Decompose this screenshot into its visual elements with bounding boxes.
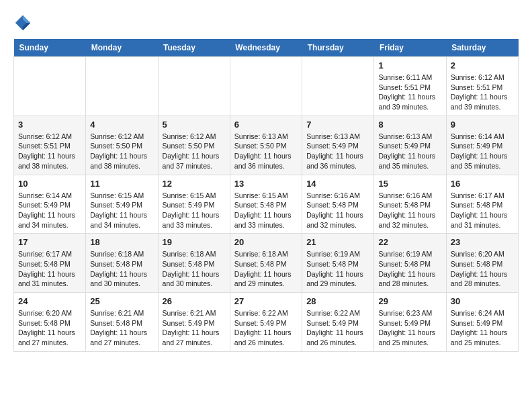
day-number: 17 [18,237,81,247]
logo-icon [13,13,32,32]
day-info: Sunrise: 6:15 AM Sunset: 5:49 PM Dayligh… [163,191,226,230]
calendar-cell: 7Sunrise: 6:13 AM Sunset: 5:49 PM Daylig… [302,116,374,175]
calendar-cell: 18Sunrise: 6:18 AM Sunset: 5:48 PM Dayli… [86,234,158,293]
calendar-cell [86,57,158,116]
day-info: Sunrise: 6:17 AM Sunset: 5:48 PM Dayligh… [451,191,514,230]
calendar-cell: 24Sunrise: 6:20 AM Sunset: 5:48 PM Dayli… [14,293,86,352]
day-info: Sunrise: 6:15 AM Sunset: 5:49 PM Dayligh… [90,191,153,230]
page-header [13,13,519,32]
calendar-week-row: 1Sunrise: 6:11 AM Sunset: 5:51 PM Daylig… [14,57,519,116]
day-number: 13 [234,179,298,189]
day-number: 1 [378,60,441,71]
day-number: 10 [18,179,81,189]
calendar-cell: 11Sunrise: 6:15 AM Sunset: 5:49 PM Dayli… [86,175,158,234]
day-number: 4 [90,120,153,130]
day-info: Sunrise: 6:12 AM Sunset: 5:50 PM Dayligh… [163,132,226,171]
weekday-header: Tuesday [158,39,230,57]
weekday-header: Thursday [302,39,374,57]
calendar-cell: 26Sunrise: 6:21 AM Sunset: 5:49 PM Dayli… [158,293,230,352]
day-number: 27 [234,296,298,306]
calendar-cell [230,57,302,116]
calendar-cell: 5Sunrise: 6:12 AM Sunset: 5:50 PM Daylig… [158,116,230,175]
day-number: 29 [378,296,441,306]
calendar-cell: 15Sunrise: 6:16 AM Sunset: 5:48 PM Dayli… [374,175,446,234]
calendar-cell: 12Sunrise: 6:15 AM Sunset: 5:49 PM Dayli… [158,175,230,234]
weekday-header: Saturday [446,39,518,57]
day-info: Sunrise: 6:17 AM Sunset: 5:48 PM Dayligh… [18,249,81,289]
weekday-header: Friday [374,39,446,57]
day-number: 21 [306,237,369,247]
calendar-cell: 8Sunrise: 6:13 AM Sunset: 5:49 PM Daylig… [374,116,446,175]
day-info: Sunrise: 6:18 AM Sunset: 5:48 PM Dayligh… [90,249,153,289]
day-info: Sunrise: 6:12 AM Sunset: 5:51 PM Dayligh… [451,73,514,112]
day-number: 14 [306,179,369,189]
day-info: Sunrise: 6:24 AM Sunset: 5:49 PM Dayligh… [451,308,514,348]
day-number: 18 [90,237,153,247]
calendar-week-row: 17Sunrise: 6:17 AM Sunset: 5:48 PM Dayli… [14,234,519,293]
calendar-cell: 22Sunrise: 6:19 AM Sunset: 5:48 PM Dayli… [374,234,446,293]
day-number: 5 [163,120,226,130]
day-number: 25 [90,296,153,306]
day-info: Sunrise: 6:22 AM Sunset: 5:49 PM Dayligh… [306,308,369,348]
calendar-cell: 1Sunrise: 6:11 AM Sunset: 5:51 PM Daylig… [374,57,446,116]
day-info: Sunrise: 6:22 AM Sunset: 5:49 PM Dayligh… [234,308,298,348]
weekday-header-row: SundayMondayTuesdayWednesdayThursdayFrid… [14,39,519,57]
calendar-cell [158,57,230,116]
day-info: Sunrise: 6:21 AM Sunset: 5:48 PM Dayligh… [90,308,153,348]
weekday-header: Wednesday [230,39,302,57]
day-number: 9 [451,120,514,130]
calendar-cell: 21Sunrise: 6:19 AM Sunset: 5:48 PM Dayli… [302,234,374,293]
calendar-cell: 10Sunrise: 6:14 AM Sunset: 5:49 PM Dayli… [14,175,86,234]
calendar-cell [302,57,374,116]
day-number: 22 [378,237,441,247]
day-info: Sunrise: 6:20 AM Sunset: 5:48 PM Dayligh… [451,249,514,289]
day-info: Sunrise: 6:18 AM Sunset: 5:48 PM Dayligh… [234,249,298,289]
day-number: 19 [163,237,226,247]
calendar-cell: 6Sunrise: 6:13 AM Sunset: 5:50 PM Daylig… [230,116,302,175]
calendar-cell: 29Sunrise: 6:23 AM Sunset: 5:49 PM Dayli… [374,293,446,352]
day-number: 16 [451,179,514,189]
day-number: 6 [234,120,298,130]
calendar-cell [14,57,86,116]
day-info: Sunrise: 6:11 AM Sunset: 5:51 PM Dayligh… [378,73,441,112]
day-info: Sunrise: 6:23 AM Sunset: 5:49 PM Dayligh… [378,308,441,348]
calendar-cell: 27Sunrise: 6:22 AM Sunset: 5:49 PM Dayli… [230,293,302,352]
day-number: 15 [378,179,441,189]
calendar-cell: 13Sunrise: 6:15 AM Sunset: 5:48 PM Dayli… [230,175,302,234]
weekday-header: Sunday [14,39,86,57]
calendar-table: SundayMondayTuesdayWednesdayThursdayFrid… [13,39,519,352]
day-info: Sunrise: 6:15 AM Sunset: 5:48 PM Dayligh… [234,191,298,230]
calendar-cell: 3Sunrise: 6:12 AM Sunset: 5:51 PM Daylig… [14,116,86,175]
day-number: 24 [18,296,81,306]
day-number: 30 [451,296,514,306]
day-number: 3 [18,120,81,130]
day-number: 26 [163,296,226,306]
day-number: 7 [306,120,369,130]
calendar-cell: 9Sunrise: 6:14 AM Sunset: 5:49 PM Daylig… [446,116,518,175]
day-info: Sunrise: 6:19 AM Sunset: 5:48 PM Dayligh… [306,249,369,289]
day-number: 28 [306,296,369,306]
calendar-week-row: 10Sunrise: 6:14 AM Sunset: 5:49 PM Dayli… [14,175,519,234]
calendar-cell: 23Sunrise: 6:20 AM Sunset: 5:48 PM Dayli… [446,234,518,293]
day-info: Sunrise: 6:18 AM Sunset: 5:48 PM Dayligh… [163,249,226,289]
day-number: 8 [378,120,441,130]
calendar-cell: 4Sunrise: 6:12 AM Sunset: 5:50 PM Daylig… [86,116,158,175]
weekday-header: Monday [86,39,158,57]
day-info: Sunrise: 6:20 AM Sunset: 5:48 PM Dayligh… [18,308,81,348]
logo [13,13,35,32]
day-info: Sunrise: 6:12 AM Sunset: 5:51 PM Dayligh… [18,132,81,171]
calendar-cell: 16Sunrise: 6:17 AM Sunset: 5:48 PM Dayli… [446,175,518,234]
day-info: Sunrise: 6:19 AM Sunset: 5:48 PM Dayligh… [378,249,441,289]
calendar-cell: 20Sunrise: 6:18 AM Sunset: 5:48 PM Dayli… [230,234,302,293]
day-info: Sunrise: 6:12 AM Sunset: 5:50 PM Dayligh… [90,132,153,171]
day-info: Sunrise: 6:21 AM Sunset: 5:49 PM Dayligh… [163,308,226,348]
day-info: Sunrise: 6:13 AM Sunset: 5:49 PM Dayligh… [306,132,369,171]
day-number: 11 [90,179,153,189]
calendar-cell: 2Sunrise: 6:12 AM Sunset: 5:51 PM Daylig… [446,57,518,116]
day-info: Sunrise: 6:16 AM Sunset: 5:48 PM Dayligh… [378,191,441,230]
calendar-cell: 30Sunrise: 6:24 AM Sunset: 5:49 PM Dayli… [446,293,518,352]
calendar-cell: 28Sunrise: 6:22 AM Sunset: 5:49 PM Dayli… [302,293,374,352]
day-number: 20 [234,237,298,247]
day-info: Sunrise: 6:14 AM Sunset: 5:49 PM Dayligh… [18,191,81,230]
calendar-week-row: 24Sunrise: 6:20 AM Sunset: 5:48 PM Dayli… [14,293,519,352]
